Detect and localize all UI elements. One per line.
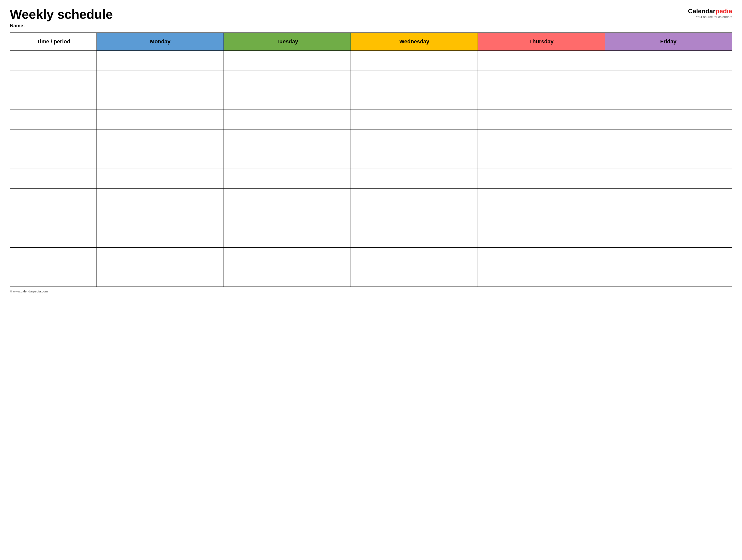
schedule-cell[interactable] xyxy=(224,149,351,169)
name-label: Name: xyxy=(10,23,113,29)
table-row xyxy=(10,90,732,110)
schedule-cell[interactable] xyxy=(224,110,351,129)
table-row xyxy=(10,50,732,70)
schedule-cell[interactable] xyxy=(351,110,478,129)
col-header-tuesday: Tuesday xyxy=(224,33,351,50)
time-cell[interactable] xyxy=(10,149,97,169)
schedule-cell[interactable] xyxy=(351,50,478,70)
schedule-cell[interactable] xyxy=(351,149,478,169)
schedule-cell[interactable] xyxy=(605,50,732,70)
time-cell[interactable] xyxy=(10,90,97,110)
table-row xyxy=(10,110,732,129)
table-row xyxy=(10,188,732,208)
schedule-cell[interactable] xyxy=(224,129,351,149)
schedule-cell[interactable] xyxy=(224,228,351,247)
schedule-cell[interactable] xyxy=(605,169,732,188)
schedule-cell[interactable] xyxy=(97,169,224,188)
schedule-cell[interactable] xyxy=(478,110,605,129)
time-cell[interactable] xyxy=(10,188,97,208)
schedule-cell[interactable] xyxy=(478,129,605,149)
table-row xyxy=(10,129,732,149)
schedule-cell[interactable] xyxy=(605,70,732,90)
schedule-cell[interactable] xyxy=(224,90,351,110)
time-cell[interactable] xyxy=(10,169,97,188)
col-header-time: Time / period xyxy=(10,33,97,50)
table-row xyxy=(10,247,732,267)
schedule-cell[interactable] xyxy=(605,110,732,129)
schedule-cell[interactable] xyxy=(351,247,478,267)
schedule-cell[interactable] xyxy=(605,208,732,228)
schedule-cell[interactable] xyxy=(478,50,605,70)
schedule-cell[interactable] xyxy=(97,50,224,70)
schedule-cell[interactable] xyxy=(605,188,732,208)
schedule-cell[interactable] xyxy=(605,90,732,110)
schedule-cell[interactable] xyxy=(97,70,224,90)
schedule-cell[interactable] xyxy=(478,149,605,169)
footer: © www.calendarpedia.com xyxy=(10,289,732,293)
time-cell[interactable] xyxy=(10,267,97,287)
table-row xyxy=(10,149,732,169)
schedule-cell[interactable] xyxy=(97,188,224,208)
time-cell[interactable] xyxy=(10,70,97,90)
table-row xyxy=(10,267,732,287)
schedule-cell[interactable] xyxy=(97,129,224,149)
schedule-cell[interactable] xyxy=(478,267,605,287)
table-row xyxy=(10,208,732,228)
logo-calendar: Calendar xyxy=(688,7,716,15)
schedule-cell[interactable] xyxy=(351,208,478,228)
schedule-cell[interactable] xyxy=(605,228,732,247)
logo-area: Calendarpedia Your source for calendars xyxy=(688,7,732,19)
schedule-cell[interactable] xyxy=(97,267,224,287)
time-cell[interactable] xyxy=(10,247,97,267)
schedule-cell[interactable] xyxy=(97,90,224,110)
schedule-cell[interactable] xyxy=(478,90,605,110)
schedule-cell[interactable] xyxy=(478,169,605,188)
schedule-cell[interactable] xyxy=(351,129,478,149)
col-header-thursday: Thursday xyxy=(478,33,605,50)
page-header: Weekly schedule Name: Calendarpedia Your… xyxy=(10,7,732,29)
schedule-cell[interactable] xyxy=(224,188,351,208)
schedule-cell[interactable] xyxy=(224,70,351,90)
table-row xyxy=(10,169,732,188)
schedule-cell[interactable] xyxy=(224,50,351,70)
time-cell[interactable] xyxy=(10,129,97,149)
time-cell[interactable] xyxy=(10,110,97,129)
schedule-cell[interactable] xyxy=(224,247,351,267)
schedule-cell[interactable] xyxy=(478,208,605,228)
logo-tagline: Your source for calendars xyxy=(696,15,732,19)
schedule-cell[interactable] xyxy=(605,149,732,169)
footer-url: © www.calendarpedia.com xyxy=(10,289,48,293)
schedule-cell[interactable] xyxy=(351,188,478,208)
schedule-cell[interactable] xyxy=(351,70,478,90)
schedule-cell[interactable] xyxy=(97,228,224,247)
schedule-cell[interactable] xyxy=(605,247,732,267)
schedule-cell[interactable] xyxy=(97,149,224,169)
col-header-wednesday: Wednesday xyxy=(351,33,478,50)
schedule-cell[interactable] xyxy=(224,169,351,188)
schedule-cell[interactable] xyxy=(351,267,478,287)
logo-text: Calendarpedia xyxy=(688,7,732,15)
schedule-cell[interactable] xyxy=(478,70,605,90)
schedule-cell[interactable] xyxy=(351,90,478,110)
schedule-cell[interactable] xyxy=(224,208,351,228)
table-row xyxy=(10,70,732,90)
time-cell[interactable] xyxy=(10,228,97,247)
schedule-cell[interactable] xyxy=(97,110,224,129)
schedule-table: Time / period Monday Tuesday Wednesday T… xyxy=(10,33,732,287)
schedule-cell[interactable] xyxy=(478,247,605,267)
schedule-cell[interactable] xyxy=(97,208,224,228)
time-cell[interactable] xyxy=(10,208,97,228)
schedule-cell[interactable] xyxy=(97,247,224,267)
schedule-cell[interactable] xyxy=(605,267,732,287)
schedule-cell[interactable] xyxy=(605,129,732,149)
schedule-cell[interactable] xyxy=(351,169,478,188)
page-title: Weekly schedule xyxy=(10,7,113,21)
header-row: Time / period Monday Tuesday Wednesday T… xyxy=(10,33,732,50)
schedule-cell[interactable] xyxy=(351,228,478,247)
schedule-cell[interactable] xyxy=(478,188,605,208)
schedule-cell[interactable] xyxy=(224,267,351,287)
time-cell[interactable] xyxy=(10,50,97,70)
schedule-cell[interactable] xyxy=(478,228,605,247)
logo-pedia: pedia xyxy=(716,7,732,15)
title-area: Weekly schedule Name: xyxy=(10,7,113,29)
